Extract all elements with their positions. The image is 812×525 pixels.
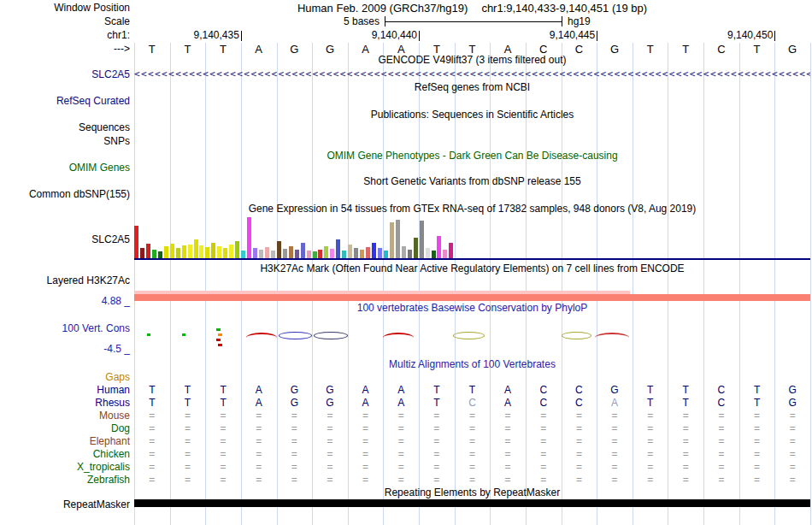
multiz-cell-x-tropicalis[interactable]: = [490,461,526,473]
multiz-cell-chicken[interactable]: = [241,448,277,460]
gtex-tissue-bar[interactable] [384,251,388,258]
phylop-glyph-smear[interactable] [216,339,221,341]
multiz-cell-rhesus[interactable]: A [490,397,526,409]
gtex-tissue-bar[interactable] [378,248,382,258]
multiz-cell-dog[interactable]: = [170,422,206,434]
gtex-tissue-bar[interactable] [432,251,436,258]
multiz-cell-x-tropicalis[interactable]: = [277,461,313,473]
multiz-cell-elephant[interactable]: = [526,435,562,447]
multiz-cell-mouse[interactable]: = [562,410,597,422]
gtex-tissue-bar[interactable] [265,247,269,258]
multiz-cell-chicken[interactable]: = [205,448,241,460]
phylop-glyph-ellipse[interactable] [314,332,348,339]
gtex-tissue-bar[interactable] [271,251,275,258]
multiz-cell-x-tropicalis[interactable]: = [419,461,455,473]
multiz-cell-zebrafish[interactable]: = [455,474,491,486]
multiz-cell-mouse[interactable]: = [134,410,170,422]
multiz-cell-dog[interactable]: = [419,422,455,434]
multiz-cell-dog[interactable]: = [383,422,419,434]
track-label-gtex-slc2a5[interactable]: SLC2A5 [0,233,130,245]
multiz-cell-dog[interactable]: = [774,422,810,434]
multiz-cell-dog[interactable]: = [277,422,313,434]
multiz-cell-x-tropicalis[interactable]: = [455,461,491,473]
multiz-cell-chicken[interactable]: = [562,448,597,460]
gtex-tissue-bar[interactable] [301,243,305,258]
multiz-cell-zebrafish[interactable]: = [241,474,277,486]
track-label-gencode-slc2a5[interactable]: SLC2A5 [0,68,130,80]
gtex-tissue-bar[interactable] [408,250,412,258]
multiz-cell-chicken[interactable]: = [526,448,562,460]
phylop-glyph-ellipse[interactable] [279,332,313,339]
gtex-tissue-bar[interactable] [313,251,317,258]
multiz-cell-chicken[interactable]: = [419,448,455,460]
gtex-tissue-bar[interactable] [295,250,299,258]
multiz-cell-chicken[interactable]: = [739,448,775,460]
multiz-cell-zebrafish[interactable]: = [348,474,384,486]
multiz-label-zebrafish[interactable]: Zebrafish [0,474,130,486]
multiz-cell-rhesus[interactable]: T [739,397,775,409]
gtex-tissue-bar[interactable] [199,245,203,258]
gtex-tissue-bar[interactable] [437,236,441,258]
track-label-refseq-curated[interactable]: RefSeq Curated [0,95,130,107]
multiz-cell-zebrafish[interactable]: = [739,474,775,486]
gtex-tissue-bar[interactable] [396,220,400,258]
multiz-cell-elephant[interactable]: = [562,435,597,447]
multiz-cell-human[interactable]: C [526,384,562,396]
multiz-cell-x-tropicalis[interactable]: = [703,461,739,473]
multiz-cell-rhesus[interactable]: C [703,397,739,409]
multiz-cell-x-tropicalis[interactable]: = [241,461,277,473]
gtex-tissue-bar[interactable] [205,247,209,258]
track-label-common-dbsnp[interactable]: Common dbSNP(155) [0,188,130,200]
multiz-cell-human[interactable]: G [277,384,313,396]
multiz-cell-human[interactable]: C [703,384,739,396]
multiz-cell-human[interactable]: T [668,384,703,396]
multiz-cell-chicken[interactable]: = [312,448,348,460]
multiz-cell-zebrafish[interactable]: = [277,474,313,486]
multiz-cell-dog[interactable]: = [562,422,597,434]
h3k27ac-signal-bar[interactable] [134,294,810,301]
multiz-cell-dog[interactable]: = [739,422,775,434]
multiz-cell-zebrafish[interactable]: = [170,474,206,486]
multiz-cell-rhesus[interactable]: T [419,397,455,409]
multiz-cell-human[interactable]: G [774,384,810,396]
gtex-tissue-bar[interactable] [360,250,364,258]
gtex-tissue-bar[interactable] [170,244,174,258]
multiz-cell-mouse[interactable]: = [633,410,668,422]
multiz-cell-elephant[interactable]: = [134,435,170,447]
multiz-cell-dog[interactable]: = [490,422,526,434]
multiz-cell-mouse[interactable]: = [419,410,455,422]
multiz-cell-elephant[interactable]: = [205,435,241,447]
multiz-cell-chicken[interactable]: = [490,448,526,460]
multiz-cell-x-tropicalis[interactable]: = [633,461,668,473]
multiz-cell-mouse[interactable]: = [668,410,703,422]
multiz-cell-x-tropicalis[interactable]: = [348,461,384,473]
gtex-tissue-bar[interactable] [366,247,370,258]
gtex-tissue-bar[interactable] [426,248,430,258]
track-label-repeatmasker[interactable]: RepeatMasker [0,498,130,510]
multiz-cell-dog[interactable]: = [312,422,348,434]
gtex-tissue-bar[interactable] [235,241,239,258]
phylop-glyph-ellipse[interactable] [562,332,591,339]
multiz-cell-elephant[interactable]: = [774,435,810,447]
multiz-cell-dog[interactable]: = [703,422,739,434]
multiz-cell-elephant[interactable]: = [383,435,419,447]
multiz-cell-elephant[interactable]: = [668,435,703,447]
phylop-glyph-dot[interactable] [147,333,150,336]
multiz-cell-rhesus[interactable]: A [348,397,384,409]
multiz-cell-human[interactable]: G [312,384,348,396]
gtex-tissue-bar[interactable] [241,251,245,258]
multiz-cell-elephant[interactable]: = [597,435,633,447]
gtex-tissue-bar[interactable] [194,239,198,258]
multiz-cell-human[interactable]: A [348,384,384,396]
multiz-cell-chicken[interactable]: = [668,448,703,460]
multiz-cell-mouse[interactable]: = [774,410,810,422]
multiz-cell-chicken[interactable]: = [774,448,810,460]
multiz-label-human[interactable]: Human [0,384,130,396]
multiz-cell-human[interactable]: A [383,384,419,396]
multiz-cell-mouse[interactable]: = [205,410,241,422]
gtex-tissue-bar[interactable] [342,251,346,258]
multiz-label-x-tropicalis[interactable]: X_tropicalis [0,461,130,473]
multiz-cell-chicken[interactable]: = [383,448,419,460]
multiz-cell-x-tropicalis[interactable]: = [170,461,206,473]
multiz-cell-human[interactable]: T [455,384,491,396]
